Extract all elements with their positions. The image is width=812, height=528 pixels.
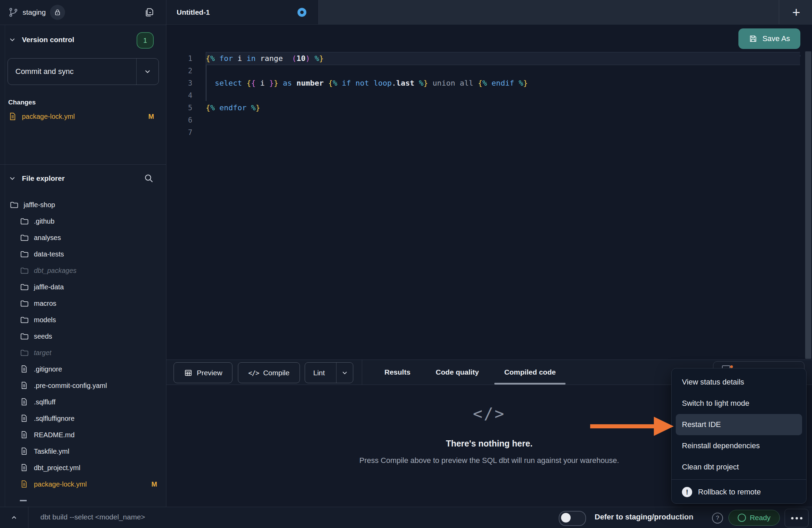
defer-label: Defer to staging/production [595,513,693,521]
folder-icon [20,250,29,259]
table-icon [184,368,193,377]
tree-item-label: dbt_packages [34,267,77,275]
expand-command-bar-button[interactable] [7,511,21,524]
commit-and-sync-label: Commit and sync [15,67,74,76]
more-dots-icon [796,517,798,519]
code-editor[interactable]: Save As 1234567 {% for i in range (10) %… [166,25,812,360]
lint-options-dropdown[interactable] [336,363,353,383]
tree-file-README.md[interactable]: README.md [0,427,166,443]
code-line-5[interactable]: {% endfor %} [206,102,800,114]
folder-icon [20,299,29,308]
tree-folder-seeds[interactable]: seeds [0,328,166,344]
tree-file-.sqlfluffignore[interactable]: .sqlfluffignore [0,410,166,427]
command-input[interactable]: dbt build --select <model_name> [40,513,145,521]
changed-file-row[interactable]: package-lock.yml M [8,110,159,123]
editor-scrollbar[interactable] [805,51,811,359]
tree-folder-jaffle-shop[interactable]: jaffle-shop [0,197,166,213]
tab-results[interactable]: Results [372,360,423,385]
code-token [215,103,219,112]
folder-icon [20,233,29,242]
menu-item-view-status-details[interactable]: View status details [672,372,806,393]
file-icon [8,112,17,121]
menu-item-rollback-to-remote[interactable]: !Rollback to remote [672,481,806,503]
code-token: } [523,79,528,87]
folder-icon [20,266,29,275]
file-search-button[interactable] [143,172,155,185]
code-token: % [482,79,487,87]
menu-item-restart-ide[interactable]: Restart IDE [676,414,802,435]
code-line-6[interactable] [206,114,800,126]
menu-item-label: Clean dbt project [682,463,739,472]
tree-folder-.github[interactable]: .github [0,213,166,229]
toggle-knob [561,513,571,523]
tree-folder-jaffle-data[interactable]: jaffle-data [0,279,166,295]
tree-file-.sqlfluff[interactable]: .sqlfluff [0,394,166,410]
tree-folder-analyses[interactable]: analyses [0,229,166,246]
compile-button[interactable]: </> Compile [238,362,300,383]
code-token: ) [305,54,310,63]
tree-file-.gitignore[interactable]: .gitignore [0,361,166,377]
lint-label: Lint [313,369,325,377]
preview-button[interactable]: Preview [174,362,232,383]
menu-item-clean-dbt-project[interactable]: Clean dbt project [672,456,806,478]
code-token [283,54,292,63]
section-divider [0,164,166,165]
lint-button[interactable]: Lint [305,362,353,383]
compile-label: Compile [263,369,290,377]
tab-compiled-code[interactable]: Compiled code [492,360,569,385]
code-token: . [392,79,396,87]
code-token: last [396,79,414,87]
code-line-1[interactable]: {% for i in range (10) %} [206,52,800,65]
code-token [215,54,219,63]
file-icon [20,414,29,423]
tree-folder-dbt_packages[interactable]: dbt_packages [0,262,166,279]
file-explorer-header[interactable]: File explorer [8,170,158,187]
tree-item-label: data-tests [34,250,64,258]
code-token [265,79,269,87]
tab-untitled-1[interactable]: Untitled-1 [166,0,319,24]
folder-icon [20,348,29,357]
dbt-cloud-ide: staging [0,0,812,528]
line-number: 4 [166,89,199,102]
tree-file-Taskfile.yml[interactable]: Taskfile.yml [0,443,166,460]
branch-selector[interactable]: staging [8,5,65,20]
save-as-button[interactable]: Save As [738,28,800,49]
menu-item-switch-to-light-mode[interactable]: Switch to light mode [672,393,806,414]
code-token: % [315,54,319,63]
file-icon [20,365,29,374]
code-token: % [333,79,337,87]
partially-visible-tree-item [20,500,27,501]
code-line-2[interactable] [206,65,800,77]
defer-toggle[interactable] [559,511,586,526]
code-line-4[interactable] [206,89,800,102]
file-icon [20,398,29,407]
line-number: 1 [166,52,199,65]
tab-code-quality[interactable]: Code quality [423,360,492,385]
tree-file-.pre-commit-config.yaml[interactable]: .pre-commit-config.yaml [0,377,166,394]
ide-options-button[interactable] [785,509,809,527]
code-token: loop [373,79,392,87]
tree-file-dbt_project.yml[interactable]: dbt_project.yml [0,460,166,476]
tree-folder-macros[interactable]: macros [0,295,166,312]
git-branch-icon [8,7,18,17]
tree-folder-target[interactable]: target [0,344,166,361]
editor-tab-bar: Untitled-1 + [166,0,812,25]
code-lines[interactable]: {% for i in range (10) %} select {{ i }}… [206,52,800,139]
tree-item-label: .sqlfluff [34,398,55,406]
menu-item-reinstall-dependencies[interactable]: Reinstall dependencies [672,435,806,456]
commit-and-sync-button[interactable]: Commit and sync [8,58,159,85]
tree-item-label: models [34,316,56,324]
version-control-header[interactable]: Version control 1 [8,32,158,48]
tree-file-package-lock.yml[interactable]: package-lock.ymlM [0,476,166,492]
tree-folder-data-tests[interactable]: data-tests [0,246,166,262]
unsaved-changes-dot-icon [297,8,306,17]
file-tree: jaffle-shop.githubanalysesdata-testsdbt_… [0,197,166,507]
help-icon[interactable]: ? [712,513,723,524]
code-line-7[interactable] [206,126,800,139]
code-token: % [419,79,423,87]
copy-branch-button[interactable] [143,5,156,19]
tree-folder-models[interactable]: models [0,312,166,328]
new-tab-button[interactable]: + [786,3,807,21]
code-line-3[interactable]: select {{ i }} as number {% if not loop.… [206,77,800,89]
commit-options-dropdown[interactable] [136,59,158,85]
